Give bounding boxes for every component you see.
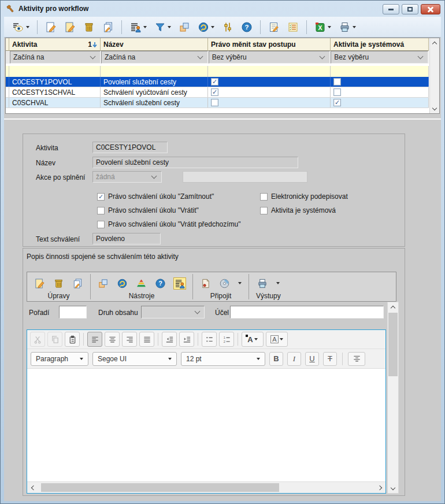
delete-button[interactable]	[53, 278, 64, 289]
align-left-button[interactable]	[87, 332, 102, 347]
poradi-input[interactable]	[59, 306, 87, 318]
outdent-button[interactable]	[162, 332, 177, 347]
column-header-nazev[interactable]: Název	[101, 38, 208, 51]
copy-record-button[interactable]	[101, 19, 116, 35]
column-header-systemova[interactable]: Aktivita je systémová	[331, 38, 429, 51]
line-spacing-button[interactable]	[348, 352, 365, 366]
checkbox-pravo-zamitnout[interactable]: Právo schválení úkolu "Zamítnout"	[97, 192, 214, 201]
numbered-list-button[interactable]: 12	[219, 332, 234, 347]
checklist-button[interactable]	[285, 19, 301, 35]
toolbar-separator	[198, 333, 198, 346]
akce-po-splneni-extra-field[interactable]	[183, 171, 307, 183]
font-family-dropdown[interactable]: Segoe UI	[92, 352, 177, 366]
checkbox-pravo-vratit-predchozimu[interactable]: Právo schválení úkolu "Vrátit předchozím…	[97, 220, 241, 228]
print-button[interactable]	[337, 19, 358, 35]
bullet-list-button[interactable]	[202, 332, 217, 347]
bold-button[interactable]: B	[269, 352, 283, 366]
edit-document-button[interactable]	[34, 278, 45, 289]
checkbox-elektronicky-podepisovat[interactable]: Elektronicky podepisovat	[260, 192, 348, 201]
edit-record-button[interactable]	[62, 19, 77, 35]
strikethrough-button[interactable]: T	[323, 352, 337, 366]
attach-file-button[interactable]	[200, 278, 211, 289]
checkbox-pravo-vratit[interactable]: Právo schválení úkolu "Vrátit"	[97, 206, 199, 214]
help-button[interactable]: ?	[155, 278, 166, 289]
print-button[interactable]	[257, 278, 268, 289]
section-splitter[interactable]	[4, 118, 441, 120]
checkbox-pravo-menit[interactable]	[211, 88, 218, 96]
filter-dropdown-systemova[interactable]: Bez výběru	[331, 51, 428, 64]
record-list-button-active[interactable]	[174, 278, 186, 289]
refresh-button[interactable]	[196, 19, 216, 35]
layers-button[interactable]	[136, 278, 147, 289]
grid-row-c0cesty1schval[interactable]: C0CESTY1SCHVAL Schválení vyúčtování cest…	[6, 87, 429, 98]
align-justify-button[interactable]	[139, 332, 154, 347]
settings-button[interactable]	[220, 19, 235, 35]
toolbar-group-vystupy: Výstupy	[249, 272, 288, 301]
checkbox-je-systemova[interactable]	[333, 78, 341, 86]
checkbox-pravo-menit[interactable]	[211, 78, 218, 86]
minimize-button[interactable]	[383, 4, 399, 14]
nazev-field[interactable]: Povolení služební cesty	[92, 157, 298, 168]
disc-button[interactable]	[219, 278, 230, 289]
help-button[interactable]: ?	[239, 19, 254, 35]
scroll-down-button[interactable]	[388, 484, 398, 493]
italic-button[interactable]: I	[287, 352, 301, 366]
scroll-up-button[interactable]	[388, 302, 398, 312]
akce-po-splneni-dropdown[interactable]: žádná	[92, 171, 162, 183]
scroll-left-button[interactable]	[27, 482, 38, 493]
copy-button[interactable]	[47, 332, 62, 347]
filter-button[interactable]	[153, 19, 173, 35]
refresh-button[interactable]	[117, 278, 128, 289]
scrollbar-thumb[interactable]	[41, 483, 279, 492]
editor-text-area[interactable]	[27, 369, 385, 481]
underline-button[interactable]: U	[305, 352, 319, 366]
font-color-button[interactable]: A	[242, 332, 264, 347]
dropdown-arrow-icon[interactable]	[276, 282, 280, 284]
editor-horizontal-scrollbar[interactable]	[27, 481, 385, 493]
filter-dropdown-pravo-menit[interactable]: Bez výběru	[209, 51, 331, 64]
column-header-pravo-menit[interactable]: Právo měnit stav postupu	[208, 38, 331, 51]
grid-vertical-scrollbar[interactable]	[429, 38, 439, 113]
cut-button[interactable]	[30, 332, 45, 347]
record-list-button[interactable]	[128, 19, 149, 35]
popis-vertical-scrollbar[interactable]	[387, 302, 399, 494]
notes-button[interactable]	[266, 19, 281, 35]
duplicate-button[interactable]	[177, 19, 192, 35]
druh-obsahu-dropdown[interactable]	[141, 306, 205, 318]
grid-row-c0schval[interactable]: C0SCHVAL Schválení služební cesty	[6, 98, 429, 108]
ucel-input[interactable]	[230, 306, 384, 318]
maximize-button[interactable]	[402, 4, 418, 14]
checkbox-je-systemova[interactable]	[333, 99, 341, 106]
font-size-dropdown[interactable]: 12 pt	[181, 352, 265, 366]
highlight-color-button[interactable]: A	[266, 332, 288, 347]
paragraph-style-dropdown[interactable]: Paragraph	[31, 352, 88, 366]
new-record-button[interactable]	[43, 19, 58, 35]
close-button[interactable]	[421, 4, 440, 14]
aktivita-field[interactable]: C0CESTY1POVOL	[92, 142, 168, 153]
line-spacing-icon	[353, 354, 361, 363]
filter-dropdown-aktivita[interactable]: Začíná na	[10, 51, 101, 64]
duplicate-button[interactable]	[98, 278, 109, 289]
grid-new-row[interactable]	[6, 66, 429, 77]
view-options-button[interactable]	[10, 19, 31, 35]
checkbox-je-systemova[interactable]	[333, 88, 341, 96]
excel-export-button[interactable]: X	[313, 19, 333, 35]
scroll-down-button[interactable]	[430, 104, 439, 113]
window-icon[interactable]	[6, 4, 14, 13]
indent-button[interactable]	[179, 332, 194, 347]
scroll-right-button[interactable]	[375, 482, 385, 493]
column-header-aktivita[interactable]: Aktivita 1	[9, 38, 101, 51]
delete-record-button[interactable]	[81, 19, 97, 35]
dropdown-arrow-icon[interactable]	[238, 282, 242, 284]
grid-row-c0cesty1povol[interactable]: C0CESTY1POVOL Povolení služební cesty	[6, 77, 429, 87]
text-schvaleni-field[interactable]: Povoleno	[92, 233, 161, 244]
checkbox-aktivita-je-systemova[interactable]: Aktivita je systémová	[260, 206, 336, 214]
scroll-up-button[interactable]	[430, 38, 439, 47]
checkbox-pravo-menit[interactable]	[211, 99, 218, 106]
paste-button[interactable]	[65, 332, 80, 347]
scrollbar-thumb[interactable]	[388, 313, 398, 376]
copy-document-button[interactable]	[72, 278, 83, 289]
align-right-button[interactable]	[122, 332, 137, 347]
filter-dropdown-nazev[interactable]: Začíná na	[101, 51, 208, 64]
align-center-button[interactable]	[105, 332, 120, 347]
